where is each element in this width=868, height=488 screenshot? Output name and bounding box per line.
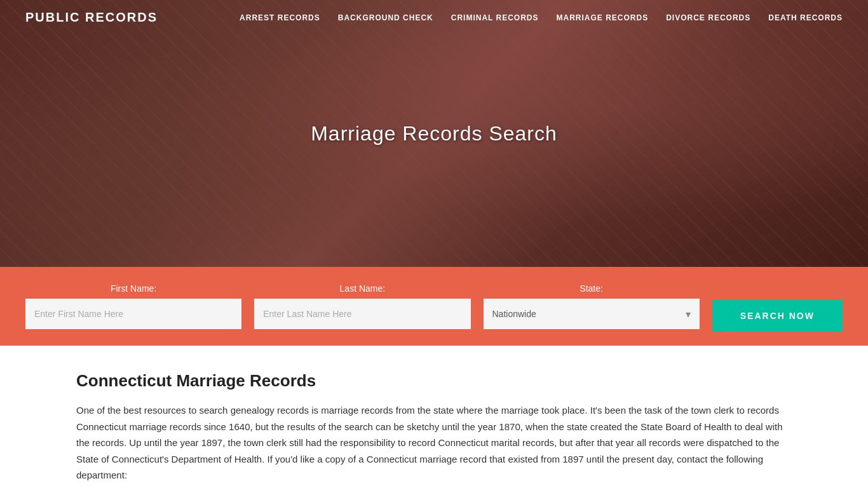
last-name-label: Last Name: [254,283,470,294]
search-bar: First Name: Last Name: State: Nationwide… [0,267,868,346]
first-name-label: First Name: [25,283,241,294]
content-body: One of the best resources to search gene… [76,402,792,484]
main-nav: ARREST RECORDSBACKGROUND CHECKCRIMINAL R… [240,13,843,22]
state-select-wrap: NationwideAlabamaAlaskaArizonaArkansasCa… [484,299,700,329]
last-name-input[interactable] [254,299,470,329]
site-header: PUBLIC RECORDS ARREST RECORDSBACKGROUND … [0,0,868,35]
content-heading: Connecticut Marriage Records [76,371,792,391]
first-name-input[interactable] [25,299,241,329]
nav-link[interactable]: DIVORCE RECORDS [666,13,750,22]
last-name-field: Last Name: [254,283,470,329]
hero-section: Marriage Records Search [0,0,868,267]
state-select[interactable]: NationwideAlabamaAlaskaArizonaArkansasCa… [484,299,700,329]
nav-link[interactable]: ARREST RECORDS [240,13,320,22]
search-button-wrap: SEARCH NOW [712,281,843,332]
site-title: PUBLIC RECORDS [25,10,158,25]
state-field: State: NationwideAlabamaAlaskaArizonaArk… [484,283,700,329]
hero-title: Marriage Records Search [311,122,557,146]
nav-link[interactable]: MARRIAGE RECORDS [557,13,649,22]
nav-link[interactable]: CRIMINAL RECORDS [451,13,539,22]
main-content: Connecticut Marriage Records One of the … [0,346,868,488]
nav-link[interactable]: BACKGROUND CHECK [338,13,433,22]
first-name-field: First Name: [25,283,241,329]
search-now-button[interactable]: SEARCH NOW [712,300,843,332]
state-label: State: [484,283,700,294]
nav-link[interactable]: DEATH RECORDS [768,13,843,22]
